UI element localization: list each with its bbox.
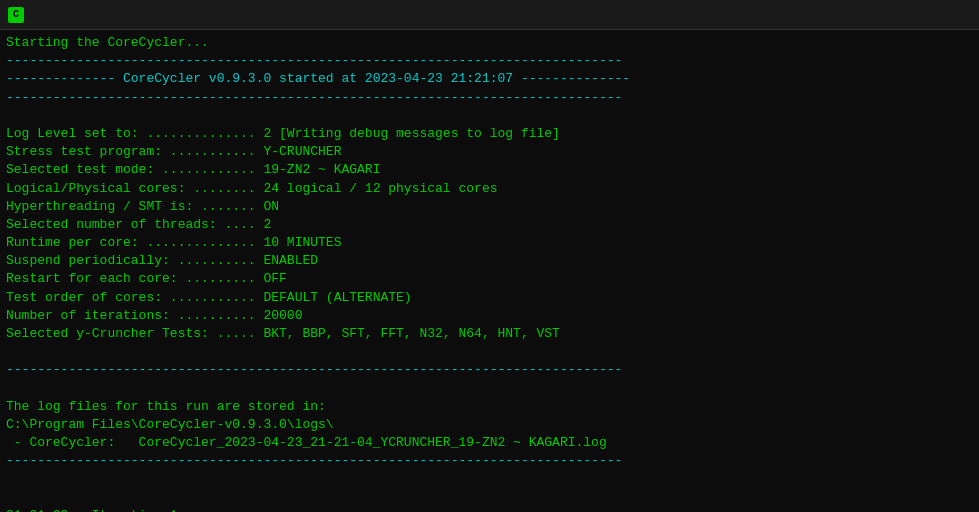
- terminal-line: C:\Program Files\CoreCycler-v0.9.3.0\log…: [6, 416, 973, 434]
- terminal-line: Starting the CoreCycler...: [6, 34, 973, 52]
- terminal-line: Selected number of threads: .... 2: [6, 216, 973, 234]
- terminal-line: ----------------------------------------…: [6, 89, 973, 107]
- terminal-line: - CoreCycler: CoreCycler_2023-04-23_21-2…: [6, 434, 973, 452]
- app-window: C Starting the CoreCycler...------------…: [0, 0, 979, 512]
- terminal-line: Hyperthreading / SMT is: ....... ON: [6, 198, 973, 216]
- terminal-line: [6, 489, 973, 507]
- terminal-line: [6, 471, 973, 489]
- terminal-line: The log files for this run are stored in…: [6, 398, 973, 416]
- terminal-line: Selected y-Cruncher Tests: ..... BKT, BB…: [6, 325, 973, 343]
- terminal-line: Test order of cores: ........... DEFAULT…: [6, 289, 973, 307]
- terminal-line: -------------- CoreCycler v0.9.3.0 start…: [6, 70, 973, 88]
- terminal-line: Selected test mode: ............ 19-ZN2 …: [6, 161, 973, 179]
- terminal-line: Log Level set to: .............. 2 [Writ…: [6, 125, 973, 143]
- maximize-button[interactable]: [877, 0, 923, 30]
- terminal-output: Starting the CoreCycler...--------------…: [0, 30, 979, 512]
- terminal-line: Number of iterations: .......... 20000: [6, 307, 973, 325]
- terminal-line: ----------------------------------------…: [6, 361, 973, 379]
- terminal-line: ----------------------------------------…: [6, 52, 973, 70]
- app-icon: C: [8, 7, 24, 23]
- terminal-line: 21:21:09 - Iteration 1: [6, 507, 973, 512]
- terminal-line: [6, 343, 973, 361]
- terminal-line: Restart for each core: ......... OFF: [6, 270, 973, 288]
- close-button[interactable]: [925, 0, 971, 30]
- titlebar-left: C: [8, 7, 32, 23]
- terminal-line: Runtime per core: .............. 10 MINU…: [6, 234, 973, 252]
- terminal-line: Suspend periodically: .......... ENABLED: [6, 252, 973, 270]
- minimize-button[interactable]: [829, 0, 875, 30]
- titlebar: C: [0, 0, 979, 30]
- terminal-line: Logical/Physical cores: ........ 24 logi…: [6, 180, 973, 198]
- window-controls: [829, 0, 971, 30]
- terminal-line: Stress test program: ........... Y-CRUNC…: [6, 143, 973, 161]
- terminal-line: [6, 107, 973, 125]
- terminal-line: ----------------------------------------…: [6, 452, 973, 470]
- terminal-line: [6, 380, 973, 398]
